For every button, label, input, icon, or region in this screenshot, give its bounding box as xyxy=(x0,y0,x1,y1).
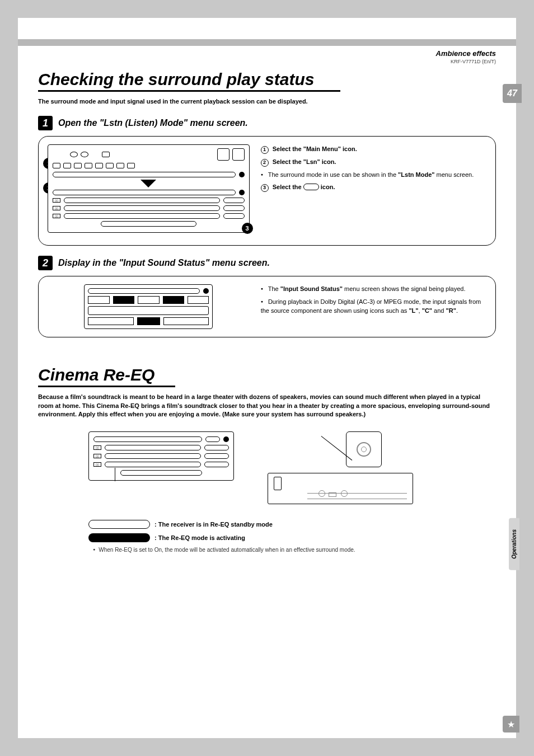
signal-cell-5 xyxy=(188,296,209,304)
signal-cell-2 xyxy=(113,296,134,304)
reeq-dolby-icon-3: ▯▯ xyxy=(93,462,101,467)
list-row-2 xyxy=(64,205,220,211)
screen2-cursor-dot xyxy=(203,288,209,294)
reeq-dolby-icon-2: ▯▯ xyxy=(93,454,101,458)
reeq-row-4 xyxy=(120,470,202,476)
legend-chip-active xyxy=(88,533,150,542)
receiver-slot xyxy=(274,477,282,490)
reeq-title-bar xyxy=(93,436,202,442)
dial-icon xyxy=(357,442,371,457)
list-row-1 xyxy=(64,198,220,203)
signal-cell-6 xyxy=(88,317,133,325)
reeq-row-1 xyxy=(105,445,201,450)
side-tab-operations: Operations xyxy=(509,518,519,570)
dolby-icon-3: ▯▯ xyxy=(53,214,60,218)
legend-active-text: : The Re-EQ mode is activating xyxy=(154,534,245,541)
list-row-3 xyxy=(64,213,220,219)
input-sound-status-screen xyxy=(84,284,213,329)
step-1-title: Open the "Lstn (Listen) Mode" menu scree… xyxy=(58,118,248,128)
signal-cell-3 xyxy=(138,296,159,304)
dolby-icon-2: ▯▯ xyxy=(53,206,60,210)
legend-note: When Re-EQ is set to On, the mode will b… xyxy=(88,547,496,553)
step-1-panel: 1 2 xyxy=(38,136,496,246)
signal-cell-1 xyxy=(88,296,109,304)
arrow-down-icon xyxy=(140,180,156,187)
input-row-1 xyxy=(53,172,236,177)
value-pill-2 xyxy=(223,205,245,211)
number-2-icon: 2 xyxy=(261,159,269,167)
screen2-title-bar xyxy=(88,288,200,294)
menu-screen-main: ▯▯ ▯▯ ▯▯ xyxy=(48,144,250,233)
legend-chip-standby xyxy=(88,520,150,529)
cassette-icon xyxy=(102,152,110,157)
source-icon-3 xyxy=(74,163,82,168)
lead-paragraph-1: The surround mode and input signal used … xyxy=(38,97,496,106)
cursor-dot-1 xyxy=(239,172,245,177)
input-field-cell xyxy=(88,306,209,315)
receiver-body xyxy=(268,473,413,504)
number-1-icon: 1 xyxy=(261,146,269,154)
number-3-icon: 3 xyxy=(261,184,269,192)
star-icon: ★ xyxy=(503,716,519,732)
step-2-badge: 2 xyxy=(38,256,53,270)
value-pill-3 xyxy=(223,213,245,219)
reeq-menu-screen: ▯▯ ▯▯ ▯▯ xyxy=(88,431,234,481)
reeq-dolby-icon-1: ▯▯ xyxy=(93,445,101,450)
placeholder-square-2 xyxy=(232,148,245,161)
globe-icon xyxy=(81,152,88,157)
source-icon-1 xyxy=(53,163,60,168)
reeq-row-3 xyxy=(105,462,201,467)
signal-cell-8 xyxy=(163,317,209,325)
placeholder-square-1 xyxy=(217,148,229,161)
header-divider xyxy=(18,39,516,46)
page-title-1: Checking the surround play status xyxy=(38,70,340,92)
reeq-cursor-dot xyxy=(223,436,229,442)
step-2-title: Display in the "Input Sound Status" menu… xyxy=(58,258,270,268)
reeq-pill-3 xyxy=(204,462,229,467)
pointer-3-icon: 3 xyxy=(242,223,253,234)
source-icon-6 xyxy=(106,163,114,168)
page-title-2: Cinema Re-EQ xyxy=(38,365,175,387)
step-1-badge: 1 xyxy=(38,116,53,130)
receiver-line-2 xyxy=(307,499,407,499)
receiver-knob-2 xyxy=(341,490,348,497)
source-icon-7 xyxy=(116,163,124,168)
page-number-badge: 47 xyxy=(503,84,522,103)
step-2-panel: The "Input Sound Status" menu screen sho… xyxy=(38,276,496,337)
source-icon-8 xyxy=(127,163,135,168)
receiver-diagram xyxy=(268,431,413,504)
step2-note-2: During playback in Dolby Digital (AC-3) … xyxy=(261,297,486,316)
disc-icon xyxy=(70,152,78,157)
lead-paragraph-2: Because a film's soundtrack is meant to … xyxy=(38,393,496,419)
signal-cell-4 xyxy=(163,296,184,304)
button-icon xyxy=(303,184,319,190)
dial-callout xyxy=(346,431,382,467)
section-label: Ambience effects xyxy=(38,49,496,58)
signal-cell-7 xyxy=(137,317,161,325)
step1-instruction-2: 2 Select the "Lsn" icon. xyxy=(261,157,486,167)
receiver-button xyxy=(329,492,336,497)
reeq-subtitle-pill xyxy=(205,436,220,442)
source-icon-5 xyxy=(95,163,103,168)
receiver-knob-1 xyxy=(318,490,325,497)
input-row-2 xyxy=(53,190,236,195)
source-icon-2 xyxy=(63,163,71,168)
cursor-dot-2 xyxy=(239,190,245,195)
reeq-pill-2 xyxy=(204,453,229,459)
step1-note: The surround mode in use can be shown in… xyxy=(261,170,486,180)
list-row-4 xyxy=(101,221,196,227)
step1-instruction-3: 3 Select the icon. xyxy=(261,182,486,192)
value-pill-1 xyxy=(223,198,245,203)
step2-note-1: The "Input Sound Status" menu screen sho… xyxy=(261,284,486,294)
reeq-legend: : The receiver is in Re-EQ standby mode … xyxy=(88,520,496,553)
reeq-pill-1 xyxy=(204,445,229,450)
reeq-row-2 xyxy=(105,453,201,459)
source-icon-4 xyxy=(85,163,92,168)
step1-instruction-1: 1 Select the "Main Menu" icon. xyxy=(261,144,486,154)
model-label: KRF-V7771D (En/T) xyxy=(38,59,496,64)
leader-line xyxy=(115,468,115,481)
dolby-icon-1: ▯▯ xyxy=(53,198,60,203)
legend-standby-text: : The receiver is in Re-EQ standby mode xyxy=(154,521,273,528)
